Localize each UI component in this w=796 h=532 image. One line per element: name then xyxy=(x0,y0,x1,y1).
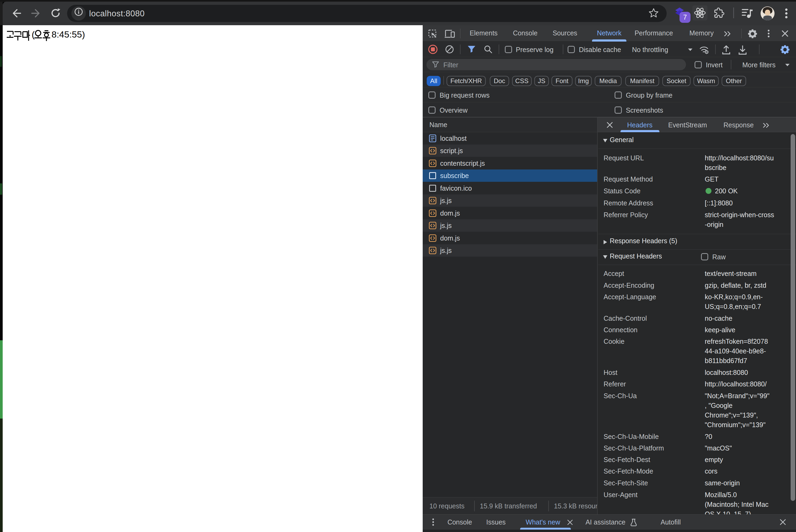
svg-text:(: ( xyxy=(32,29,35,39)
svg-text:8:45:55): 8:45:55) xyxy=(52,29,85,39)
